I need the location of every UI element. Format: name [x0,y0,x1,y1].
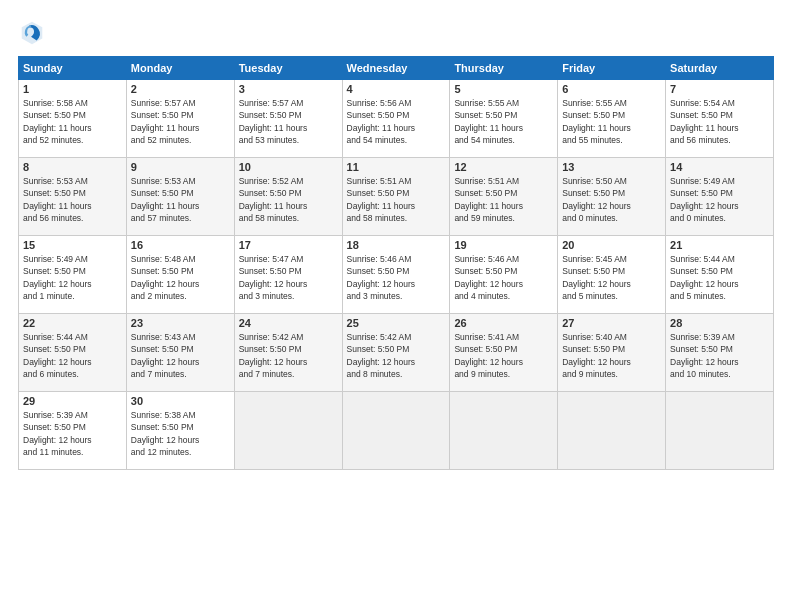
calendar-cell [558,392,666,470]
cell-detail: Sunrise: 5:44 AM Sunset: 5:50 PM Dayligh… [23,331,122,380]
day-number: 29 [23,395,122,407]
cell-detail: Sunrise: 5:55 AM Sunset: 5:50 PM Dayligh… [562,97,661,146]
day-number: 15 [23,239,122,251]
page: SundayMondayTuesdayWednesdayThursdayFrid… [0,0,792,612]
day-number: 21 [670,239,769,251]
week-row-1: 1Sunrise: 5:58 AM Sunset: 5:50 PM Daylig… [19,80,774,158]
week-row-4: 22Sunrise: 5:44 AM Sunset: 5:50 PM Dayli… [19,314,774,392]
day-number: 10 [239,161,338,173]
cell-detail: Sunrise: 5:56 AM Sunset: 5:50 PM Dayligh… [347,97,446,146]
calendar-cell: 26Sunrise: 5:41 AM Sunset: 5:50 PM Dayli… [450,314,558,392]
cell-detail: Sunrise: 5:52 AM Sunset: 5:50 PM Dayligh… [239,175,338,224]
col-header-wednesday: Wednesday [342,57,450,80]
day-number: 5 [454,83,553,95]
day-number: 13 [562,161,661,173]
calendar-cell: 13Sunrise: 5:50 AM Sunset: 5:50 PM Dayli… [558,158,666,236]
cell-detail: Sunrise: 5:45 AM Sunset: 5:50 PM Dayligh… [562,253,661,302]
calendar-cell: 17Sunrise: 5:47 AM Sunset: 5:50 PM Dayli… [234,236,342,314]
day-number: 18 [347,239,446,251]
cell-detail: Sunrise: 5:57 AM Sunset: 5:50 PM Dayligh… [239,97,338,146]
col-header-saturday: Saturday [666,57,774,80]
day-number: 11 [347,161,446,173]
calendar-cell: 14Sunrise: 5:49 AM Sunset: 5:50 PM Dayli… [666,158,774,236]
cell-detail: Sunrise: 5:48 AM Sunset: 5:50 PM Dayligh… [131,253,230,302]
cell-detail: Sunrise: 5:41 AM Sunset: 5:50 PM Dayligh… [454,331,553,380]
day-number: 17 [239,239,338,251]
day-number: 6 [562,83,661,95]
calendar-cell: 21Sunrise: 5:44 AM Sunset: 5:50 PM Dayli… [666,236,774,314]
day-number: 27 [562,317,661,329]
day-number: 2 [131,83,230,95]
cell-detail: Sunrise: 5:40 AM Sunset: 5:50 PM Dayligh… [562,331,661,380]
header-row: SundayMondayTuesdayWednesdayThursdayFrid… [19,57,774,80]
calendar-table: SundayMondayTuesdayWednesdayThursdayFrid… [18,56,774,470]
day-number: 16 [131,239,230,251]
calendar-cell: 1Sunrise: 5:58 AM Sunset: 5:50 PM Daylig… [19,80,127,158]
calendar-cell: 24Sunrise: 5:42 AM Sunset: 5:50 PM Dayli… [234,314,342,392]
cell-detail: Sunrise: 5:38 AM Sunset: 5:50 PM Dayligh… [131,409,230,458]
col-header-monday: Monday [126,57,234,80]
calendar-cell: 8Sunrise: 5:53 AM Sunset: 5:50 PM Daylig… [19,158,127,236]
calendar-cell: 5Sunrise: 5:55 AM Sunset: 5:50 PM Daylig… [450,80,558,158]
calendar-cell: 29Sunrise: 5:39 AM Sunset: 5:50 PM Dayli… [19,392,127,470]
calendar-cell: 12Sunrise: 5:51 AM Sunset: 5:50 PM Dayli… [450,158,558,236]
day-number: 22 [23,317,122,329]
calendar-cell [342,392,450,470]
day-number: 14 [670,161,769,173]
col-header-friday: Friday [558,57,666,80]
cell-detail: Sunrise: 5:42 AM Sunset: 5:50 PM Dayligh… [347,331,446,380]
day-number: 3 [239,83,338,95]
day-number: 4 [347,83,446,95]
cell-detail: Sunrise: 5:47 AM Sunset: 5:50 PM Dayligh… [239,253,338,302]
cell-detail: Sunrise: 5:46 AM Sunset: 5:50 PM Dayligh… [454,253,553,302]
calendar-cell [666,392,774,470]
calendar-cell: 15Sunrise: 5:49 AM Sunset: 5:50 PM Dayli… [19,236,127,314]
col-header-sunday: Sunday [19,57,127,80]
calendar-cell: 11Sunrise: 5:51 AM Sunset: 5:50 PM Dayli… [342,158,450,236]
cell-detail: Sunrise: 5:53 AM Sunset: 5:50 PM Dayligh… [131,175,230,224]
day-number: 1 [23,83,122,95]
day-number: 7 [670,83,769,95]
calendar-cell: 22Sunrise: 5:44 AM Sunset: 5:50 PM Dayli… [19,314,127,392]
day-number: 9 [131,161,230,173]
week-row-3: 15Sunrise: 5:49 AM Sunset: 5:50 PM Dayli… [19,236,774,314]
calendar-cell: 4Sunrise: 5:56 AM Sunset: 5:50 PM Daylig… [342,80,450,158]
cell-detail: Sunrise: 5:51 AM Sunset: 5:50 PM Dayligh… [454,175,553,224]
week-row-5: 29Sunrise: 5:39 AM Sunset: 5:50 PM Dayli… [19,392,774,470]
calendar-cell [450,392,558,470]
day-number: 19 [454,239,553,251]
calendar-cell: 30Sunrise: 5:38 AM Sunset: 5:50 PM Dayli… [126,392,234,470]
cell-detail: Sunrise: 5:39 AM Sunset: 5:50 PM Dayligh… [670,331,769,380]
day-number: 12 [454,161,553,173]
day-number: 26 [454,317,553,329]
col-header-tuesday: Tuesday [234,57,342,80]
week-row-2: 8Sunrise: 5:53 AM Sunset: 5:50 PM Daylig… [19,158,774,236]
col-header-thursday: Thursday [450,57,558,80]
cell-detail: Sunrise: 5:44 AM Sunset: 5:50 PM Dayligh… [670,253,769,302]
calendar-cell: 2Sunrise: 5:57 AM Sunset: 5:50 PM Daylig… [126,80,234,158]
cell-detail: Sunrise: 5:39 AM Sunset: 5:50 PM Dayligh… [23,409,122,458]
day-number: 23 [131,317,230,329]
calendar-cell: 3Sunrise: 5:57 AM Sunset: 5:50 PM Daylig… [234,80,342,158]
cell-detail: Sunrise: 5:53 AM Sunset: 5:50 PM Dayligh… [23,175,122,224]
calendar-cell: 25Sunrise: 5:42 AM Sunset: 5:50 PM Dayli… [342,314,450,392]
day-number: 30 [131,395,230,407]
cell-detail: Sunrise: 5:42 AM Sunset: 5:50 PM Dayligh… [239,331,338,380]
calendar-cell: 16Sunrise: 5:48 AM Sunset: 5:50 PM Dayli… [126,236,234,314]
cell-detail: Sunrise: 5:50 AM Sunset: 5:50 PM Dayligh… [562,175,661,224]
cell-detail: Sunrise: 5:51 AM Sunset: 5:50 PM Dayligh… [347,175,446,224]
calendar-cell: 27Sunrise: 5:40 AM Sunset: 5:50 PM Dayli… [558,314,666,392]
day-number: 20 [562,239,661,251]
cell-detail: Sunrise: 5:55 AM Sunset: 5:50 PM Dayligh… [454,97,553,146]
calendar-cell [234,392,342,470]
calendar-cell: 20Sunrise: 5:45 AM Sunset: 5:50 PM Dayli… [558,236,666,314]
day-number: 8 [23,161,122,173]
day-number: 28 [670,317,769,329]
header [18,18,774,46]
cell-detail: Sunrise: 5:43 AM Sunset: 5:50 PM Dayligh… [131,331,230,380]
calendar-cell: 23Sunrise: 5:43 AM Sunset: 5:50 PM Dayli… [126,314,234,392]
cell-detail: Sunrise: 5:54 AM Sunset: 5:50 PM Dayligh… [670,97,769,146]
cell-detail: Sunrise: 5:49 AM Sunset: 5:50 PM Dayligh… [23,253,122,302]
cell-detail: Sunrise: 5:57 AM Sunset: 5:50 PM Dayligh… [131,97,230,146]
logo-icon [18,18,46,46]
